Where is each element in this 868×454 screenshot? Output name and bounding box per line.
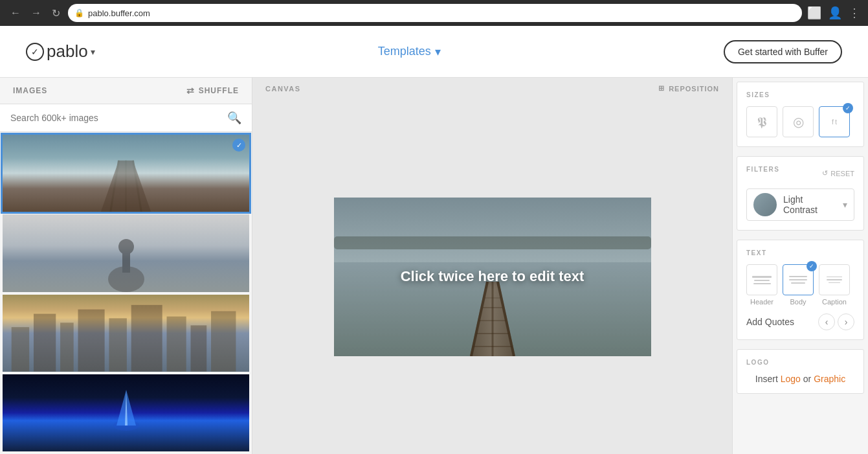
svg-rect-6 <box>122 253 130 273</box>
body-active-check: ✓ <box>807 261 817 271</box>
insert-logo-label: Logo <box>781 374 801 384</box>
svg-rect-20 <box>334 236 651 249</box>
size-facebook-twitter-button[interactable]: ✓ ft <box>819 106 850 137</box>
shuffle-tab[interactable]: ⇄ SHUFFLE <box>186 85 239 96</box>
address-bar[interactable]: 🔒 pablo.buffer.com <box>68 4 802 22</box>
svg-rect-8 <box>34 314 56 372</box>
filter-preview <box>753 193 777 216</box>
reset-button[interactable]: ↺ RESET <box>822 169 854 177</box>
reposition-button[interactable]: ⊞ REPOSITION <box>658 84 719 93</box>
active-check-icon: ✓ <box>843 103 853 113</box>
search-input[interactable] <box>10 113 227 123</box>
text-style-body[interactable]: ✓ Body <box>783 264 814 306</box>
logo-check-icon: ✓ <box>26 43 44 61</box>
caption-style-box <box>819 264 850 295</box>
get-started-button[interactable]: Get started with Buffer <box>724 40 842 63</box>
logo-section: LOGO Insert Logo or Graphic <box>737 349 864 394</box>
filter-chevron-icon: ▾ <box>843 199 847 210</box>
sizes-section: SIZES 𝕻 ◎ ✓ ft <box>737 82 864 147</box>
menu-icon[interactable]: ⋮ <box>849 6 860 20</box>
quotes-next-button[interactable]: › <box>838 313 854 330</box>
templates-label: Templates <box>378 45 431 58</box>
refresh-button[interactable]: ↻ <box>49 5 63 22</box>
reset-label: RESET <box>830 170 854 177</box>
svg-rect-11 <box>109 319 126 372</box>
logo-chevron-icon: ▾ <box>91 47 95 57</box>
canvas-frame: Click twice here to edit text <box>252 99 732 454</box>
svg-point-5 <box>118 239 134 255</box>
browser-chrome: ← → ↻ 🔒 pablo.buffer.com ⬜ 👤 ⋮ <box>0 0 868 26</box>
forward-button[interactable]: → <box>28 5 44 21</box>
shuffle-label: SHUFFLE <box>199 86 239 95</box>
body-lines-icon <box>789 276 807 284</box>
logo-title: LOGO <box>746 359 854 366</box>
size-pinterest-button[interactable]: 𝕻 <box>746 106 777 137</box>
size-instagram-button[interactable]: ◎ <box>783 106 814 137</box>
url-text: pablo.buffer.com <box>88 8 150 18</box>
sizes-title: SIZES <box>746 91 854 98</box>
text-style-caption[interactable]: Caption <box>819 264 850 306</box>
insert-before-label: Insert <box>755 374 781 384</box>
right-panel: SIZES 𝕻 ◎ ✓ ft FILTERS <box>732 78 868 454</box>
app-header: ✓ pablo ▾ Templates ▾ Get started with B… <box>0 26 868 78</box>
canvas-area: CANVAS ⊞ REPOSITION <box>252 78 732 454</box>
sidebar-tabs: IMAGES ⇄ SHUFFLE <box>0 78 252 104</box>
user-icon[interactable]: 👤 <box>828 6 842 20</box>
svg-rect-15 <box>211 312 236 372</box>
templates-chevron-icon: ▾ <box>435 45 441 59</box>
filter-name: Light Contrast <box>783 194 836 215</box>
svg-rect-10 <box>78 310 105 372</box>
text-title: TEXT <box>746 249 854 256</box>
filter-selector[interactable]: Light Contrast ▾ <box>746 188 854 221</box>
quotes-row: Add Quotes ‹ › <box>746 313 854 330</box>
reposition-icon: ⊞ <box>658 84 665 93</box>
header-style-box <box>746 264 777 295</box>
filters-header: FILTERS ↺ RESET <box>746 166 854 181</box>
insert-or-label: or <box>801 374 814 384</box>
main-layout: IMAGES ⇄ SHUFFLE 🔍 ✓ <box>0 78 868 454</box>
svg-rect-14 <box>191 325 207 371</box>
insert-graphic-label: Graphic <box>814 374 845 384</box>
canvas-edit-text[interactable]: Click twice here to edit text <box>401 268 584 285</box>
search-icon[interactable]: 🔍 <box>227 111 241 125</box>
left-sidebar: IMAGES ⇄ SHUFFLE 🔍 ✓ <box>0 78 252 454</box>
caption-lines-icon <box>827 277 842 284</box>
image-item-city[interactable] <box>3 295 249 372</box>
svg-rect-13 <box>167 317 186 372</box>
browser-actions: ⬜ 👤 ⋮ <box>807 6 860 20</box>
text-style-header[interactable]: Header <box>746 264 777 306</box>
text-section: TEXT Header ✓ <box>737 240 864 340</box>
shuffle-icon: ⇄ <box>186 85 195 96</box>
add-quotes-label: Add Quotes <box>746 317 794 327</box>
sizes-row: 𝕻 ◎ ✓ ft <box>746 106 854 137</box>
header-lines-icon <box>752 276 772 284</box>
images-tab[interactable]: IMAGES <box>13 86 47 95</box>
images-grid: ✓ <box>0 132 252 454</box>
logo-area[interactable]: ✓ pablo ▾ <box>26 41 95 62</box>
body-style-box: ✓ <box>783 264 814 295</box>
svg-rect-12 <box>131 305 162 372</box>
logo-text: pablo <box>47 41 88 62</box>
image-item-space[interactable] <box>3 374 249 451</box>
instagram-icon: ◎ <box>793 114 804 130</box>
pinterest-icon: 𝕻 <box>757 115 766 130</box>
canvas-image[interactable]: Click twice here to edit text <box>334 198 651 356</box>
lock-icon: 🔒 <box>74 8 84 17</box>
reset-icon: ↺ <box>822 169 828 177</box>
svg-rect-9 <box>60 323 74 371</box>
body-style-label: Body <box>790 298 806 306</box>
tab-icon[interactable]: ⬜ <box>807 6 821 20</box>
quotes-prev-button[interactable]: ‹ <box>818 313 835 330</box>
back-button[interactable]: ← <box>8 5 23 21</box>
caption-style-label: Caption <box>822 298 847 306</box>
canvas-toolbar: CANVAS ⊞ REPOSITION <box>252 78 732 99</box>
filters-title: FILTERS <box>746 166 779 173</box>
canvas-label: CANVAS <box>265 85 301 93</box>
insert-logo-button[interactable]: Insert Logo or Graphic <box>746 374 854 384</box>
templates-button[interactable]: Templates ▾ <box>378 45 441 59</box>
image-item-dock[interactable]: ✓ <box>3 135 249 212</box>
text-styles: Header ✓ Body <box>746 264 854 306</box>
facebook-twitter-icon: ft <box>832 118 837 126</box>
reposition-label: REPOSITION <box>669 85 719 93</box>
image-item-silhouette[interactable] <box>3 214 249 291</box>
